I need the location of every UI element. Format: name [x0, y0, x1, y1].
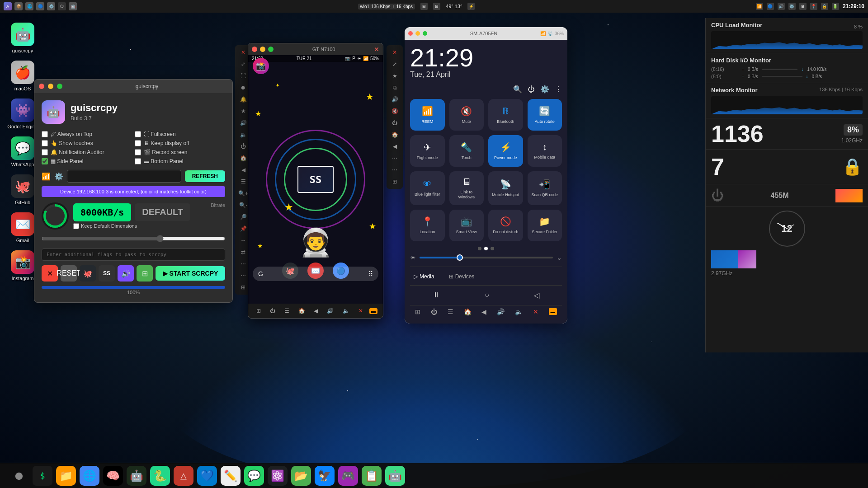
panel-grid-nav-btn[interactable]: ⊞ — [415, 308, 420, 315]
taskbar-pycharm[interactable]: 🐍 — [150, 466, 170, 486]
qs-tile-scan-qr[interactable]: 📲 Scan QR code — [528, 171, 562, 205]
ctrl-orange-btn[interactable]: ▬ — [369, 308, 377, 314]
taskbar-files[interactable]: 📁 — [56, 466, 76, 486]
start-scrcpy-button[interactable]: ▶ START SCRCPY — [156, 266, 225, 281]
taskbar-inkscape[interactable]: ✏️ — [221, 466, 241, 486]
keep-dim-check[interactable]: Keep Default Dimensions — [73, 223, 206, 229]
devices-tab[interactable]: ⊞ Devices — [445, 272, 478, 282]
panel-orange-btn[interactable]: ▬ — [549, 308, 557, 315]
panel-min-btn[interactable] — [415, 31, 420, 36]
cb-bottom-panel[interactable] — [135, 158, 141, 164]
checkbox-bottom-panel[interactable]: ▬ Bottom Panel — [135, 158, 225, 164]
panel-vol-up-nav-btn[interactable]: 🔊 — [497, 308, 505, 315]
rt-star-btn[interactable]: ★ — [388, 70, 401, 81]
phone-search-bar[interactable]: G ⠿ — [253, 267, 378, 281]
panel-menu-nav-btn[interactable]: ☰ — [448, 308, 453, 315]
qs-tile-dnd[interactable]: 🚫 Do not disturb — [488, 210, 523, 241]
phone-instagram-icon[interactable]: 📸 — [253, 58, 269, 74]
taskbar-app3[interactable]: 📋 — [362, 466, 382, 486]
checkbox-fullscreen[interactable]: ⛶ Fullscreen — [135, 131, 225, 137]
qs-tile-mobile-data[interactable]: ↕ Mobile data — [528, 135, 562, 167]
rt-expand-btn[interactable]: ⤢ — [388, 59, 401, 70]
taskbar-whatsapp2[interactable]: 💬 — [244, 466, 264, 486]
qs-more-icon[interactable]: ⋮ — [555, 85, 562, 94]
taskbar-thunderbird[interactable]: 🦅 — [315, 466, 335, 486]
cb-record-screen[interactable] — [135, 149, 141, 155]
taskbar-app2[interactable]: 🎮 — [338, 466, 358, 486]
cb-fullscreen[interactable] — [135, 131, 141, 137]
ctrl-vol-up-btn[interactable]: 🔊 — [324, 307, 336, 315]
desktop-icon-guiscrcpy[interactable]: 🤖 guiscrcpy — [5, 21, 41, 55]
panel-back-btn[interactable]: ◁ — [528, 289, 545, 301]
qs-tile-bluetooth[interactable]: 𝔹 Bluetooth — [488, 99, 523, 131]
brightness-expand-icon[interactable]: ⌄ — [557, 254, 562, 261]
rt-back-btn[interactable]: ◀ — [388, 141, 401, 152]
qs-power-icon[interactable]: ⏻ — [528, 85, 535, 94]
cb-side-panel[interactable] — [42, 158, 48, 164]
bitrate-slider[interactable] — [42, 235, 225, 242]
cb-always-on-top[interactable] — [42, 131, 48, 137]
qs-tile-hotspot[interactable]: 📡 Mobile Hotspot — [488, 171, 523, 205]
taskbar-workspace[interactable]: ⬤ — [9, 466, 29, 486]
taskbar-android2[interactable]: 🤖 — [385, 466, 405, 486]
qs-tile-wifi[interactable]: 📶 REEM — [410, 99, 445, 131]
rt-dots-btn[interactable]: ⊞ — [388, 176, 401, 187]
qs-tile-blue-light[interactable]: 👁 Blue light filter — [410, 171, 445, 205]
qs-tile-smart-view[interactable]: 📺 Smart View — [449, 210, 484, 241]
rt-copy-btn[interactable]: ⧉ — [388, 82, 401, 93]
rt-close-btn[interactable]: ✕ — [388, 47, 401, 58]
rt-more-btn[interactable]: ⋯ — [388, 153, 401, 164]
phone-screen[interactable]: 21:29 TUE 21 📷 P ☀ 📶 50% 📸 SS ★ ★ ✦ ★ ★ … — [248, 55, 383, 304]
panel-max-btn[interactable] — [423, 31, 427, 36]
qs-tile-mute[interactable]: 🔇 Mute — [449, 99, 484, 131]
panel-vol-dn-nav-btn[interactable]: 🔈 — [515, 308, 523, 315]
qs-tile-torch[interactable]: 🔦 Torch — [449, 135, 484, 167]
phone-min-btn[interactable] — [260, 47, 265, 52]
taskbar-intellij[interactable]: 🧠 — [103, 466, 123, 486]
panel-pause-btn[interactable]: ⏸ — [427, 289, 445, 301]
taskbar-atom[interactable]: ⚛️ — [268, 466, 288, 486]
ctrl-vol-dn-btn[interactable]: 🔈 — [340, 307, 352, 315]
checkbox-show-touches[interactable]: 👆 Show touches — [42, 140, 132, 146]
panel-close-btn[interactable] — [408, 31, 413, 36]
cb-keep-dim[interactable] — [73, 223, 79, 229]
taskbar-godot2[interactable]: △ — [174, 466, 193, 486]
cb-keep-display[interactable] — [135, 140, 141, 146]
ctrl-home-btn[interactable]: 🏠 — [296, 307, 308, 315]
reset-button[interactable]: RESET — [61, 265, 77, 282]
ctrl-menu-btn[interactable]: ☰ — [282, 307, 292, 315]
qs-tile-location[interactable]: 📍 Location — [410, 210, 445, 241]
bitrate-knob[interactable] — [42, 202, 69, 230]
taskbar-vscode[interactable]: 💙 — [197, 466, 217, 486]
panel-home-nav-btn[interactable]: 🏠 — [464, 308, 472, 315]
checkbox-record-screen[interactable]: 🎬 Record screen — [135, 149, 225, 155]
ctrl-power-btn[interactable]: ⏻ — [267, 307, 278, 315]
taskbar-terminal[interactable]: $ — [33, 466, 52, 486]
screenshot-button[interactable]: SS — [99, 265, 115, 282]
ctrl-close-btn[interactable]: ✕ — [356, 307, 366, 315]
qs-tile-power-mode[interactable]: ⚡ Power mode — [488, 135, 523, 167]
phone-max-btn[interactable] — [268, 47, 274, 52]
ctrl-back-btn[interactable]: ◀ — [311, 307, 321, 315]
phone-close-btn[interactable] — [252, 47, 257, 52]
qs-tile-secure-folder[interactable]: 📁 Secure Folder — [528, 210, 562, 241]
panel-power-nav-btn[interactable]: ⏻ — [431, 308, 437, 315]
panel-close-nav-btn[interactable]: ✕ — [533, 308, 538, 315]
rt-mute-btn[interactable]: 🔇 — [388, 106, 401, 117]
brightness-slider[interactable] — [420, 257, 553, 258]
cb-notif-auditor[interactable] — [42, 149, 48, 155]
maximize-button[interactable] — [57, 84, 62, 89]
device-input[interactable]: 192.168.100.3:5555 : device — [67, 170, 181, 183]
qs-search-icon[interactable]: 🔍 — [513, 85, 522, 94]
checkbox-side-panel[interactable]: ▦ Side Panel — [42, 158, 132, 164]
qs-tile-flight[interactable]: ✈ Flight mode — [410, 135, 445, 167]
minimize-button[interactable] — [48, 84, 53, 89]
grid-button[interactable]: ⊞ — [137, 265, 153, 282]
rt-vol-btn[interactable]: 🔊 — [388, 94, 401, 105]
qs-tile-link-windows[interactable]: 🖥 Link to Windows — [449, 171, 484, 205]
refresh-button[interactable]: REFRESH — [185, 170, 225, 182]
phone-close-x[interactable]: ✕ — [374, 46, 379, 53]
audio-button[interactable]: 🔊 — [118, 265, 134, 282]
taskbar-nemo[interactable]: 📂 — [291, 466, 311, 486]
media-tab[interactable]: ▷ Media — [410, 272, 438, 282]
